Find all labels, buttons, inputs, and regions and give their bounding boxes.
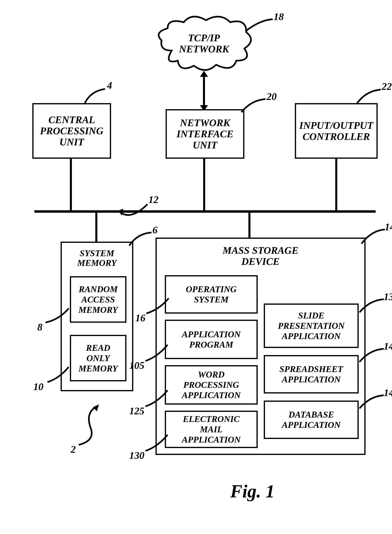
ref-cpu: 4 — [107, 80, 112, 91]
block-spread: SPREADSHEET APPLICATION — [264, 355, 359, 393]
label-os: OPERATING SYSTEM — [186, 284, 237, 305]
block-sysmem: SYSTEM MEMORY RANDOM ACCESS MEMORY READ … — [61, 242, 133, 391]
block-storage: MASS STORAGE DEVICE OPERATING SYSTEM APP… — [155, 238, 366, 455]
ref-storage: 14 — [385, 221, 392, 233]
ref-os: 16 — [135, 312, 145, 324]
block-cpu: CENTRAL PROCESSING UNIT — [32, 103, 111, 159]
block-ioc: INPUT/OUTPUT CONTROLLER — [295, 103, 378, 159]
ref-sysmem: 6 — [153, 224, 158, 236]
ref-ram: 8 — [37, 321, 42, 333]
label-cpu: CENTRAL PROCESSING UNIT — [33, 104, 110, 157]
ref-ioc: 22 — [382, 81, 392, 92]
label-word: WORD PROCESSING APPLICATION — [182, 369, 241, 400]
lead-system — [61, 404, 113, 457]
label-ram: RANDOM ACCESS MEMORY — [79, 284, 118, 315]
label-ioc: INPUT/OUTPUT CONTROLLER — [296, 104, 376, 157]
ref-bus: 12 — [149, 194, 159, 205]
block-word: WORD PROCESSING APPLICATION — [165, 365, 258, 405]
label-storage-title: MASS STORAGE DEVICE — [157, 245, 364, 267]
connector-ioc-bus — [335, 159, 337, 211]
ref-email: 130 — [129, 450, 145, 461]
label-sysmem-title: SYSTEM MEMORY — [62, 248, 132, 268]
label-db: DATABASE APPLICATION — [282, 410, 341, 430]
ref-db: 145 — [384, 387, 392, 398]
label-spread: SPREADSHEET APPLICATION — [279, 364, 343, 385]
label-email: ELECTRONIC MAIL APPLICATION — [182, 414, 241, 445]
block-slide: SLIDE PRESENTATION APPLICATION — [264, 304, 359, 348]
label-nic: NETWORK INTERFACE UNIT — [167, 110, 243, 157]
ref-slide: 135 — [384, 291, 392, 302]
connector-storage-bus — [248, 212, 250, 238]
block-email: ELECTRONIC MAIL APPLICATION — [165, 411, 258, 448]
connector-sysmem-bus — [95, 212, 97, 243]
diagram-canvas: { "figure_label": "Fig. 1", "refs": { "s… — [0, 0, 392, 534]
ref-word: 125 — [129, 405, 145, 416]
connector-nic-bus — [203, 159, 205, 211]
block-db: DATABASE APPLICATION — [264, 400, 359, 439]
ref-rom: 10 — [33, 381, 43, 392]
connector-nic-cloud — [198, 71, 210, 111]
label-appprog: APPLICATION PROGRAM — [182, 329, 241, 350]
svg-marker-3 — [93, 404, 99, 411]
ref-network: 18 — [274, 11, 284, 22]
block-ram: RANDOM ACCESS MEMORY — [70, 276, 126, 323]
block-os: OPERATING SYSTEM — [165, 275, 258, 314]
block-nic: NETWORK INTERFACE UNIT — [166, 109, 244, 159]
figure-label: Fig. 1 — [212, 481, 293, 501]
ref-appprog: 105 — [129, 360, 145, 371]
connector-cpu-bus — [70, 159, 72, 211]
label-rom: READ ONLY MEMORY — [79, 343, 118, 374]
block-rom: READ ONLY MEMORY — [70, 335, 126, 381]
cloud-label: TCP/IP NETWORK — [176, 32, 232, 55]
ref-nic: 20 — [266, 91, 277, 102]
label-slide: SLIDE PRESENTATION APPLICATION — [278, 310, 345, 341]
ref-spread: 140 — [384, 341, 392, 352]
ref-system: 2 — [71, 444, 76, 455]
block-appprog: APPLICATION PROGRAM — [165, 320, 258, 359]
